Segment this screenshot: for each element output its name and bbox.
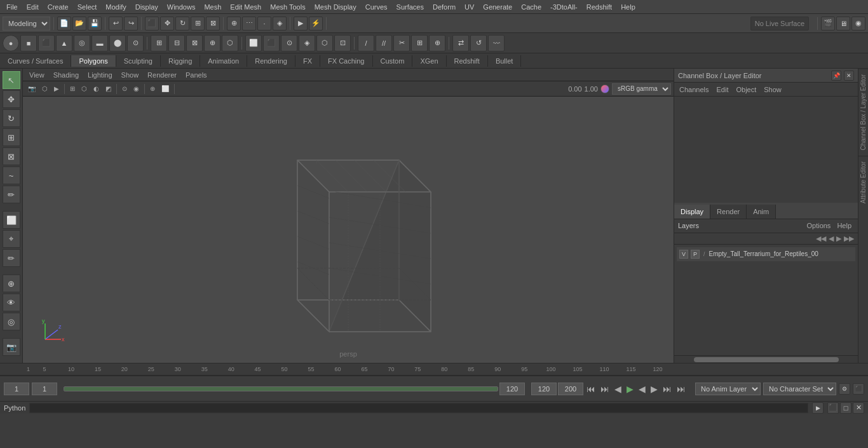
layer-scroll-left2[interactable]: ◀ — [827, 234, 835, 243]
snap-view-button[interactable]: ◈ — [273, 17, 287, 31]
smooth-btn[interactable]: ⬡ — [222, 35, 238, 51]
vt-wireframe[interactable]: ⬡ — [79, 83, 90, 95]
anim-auto-btn[interactable]: ⬛ — [853, 383, 864, 395]
menu-modify[interactable]: Modify — [102, 2, 130, 12]
bevel-btn[interactable]: ◈ — [299, 35, 315, 51]
ipr-button[interactable]: ⚡ — [309, 17, 323, 31]
prev-frame-btn[interactable]: ◀ — [613, 384, 623, 394]
render-tab[interactable]: Render — [710, 205, 747, 219]
viewport-menu-show[interactable]: Show — [118, 70, 143, 80]
lasso-select[interactable]: ⌖ — [3, 230, 20, 248]
extract-btn[interactable]: ⊠ — [186, 35, 203, 51]
menu-surfaces[interactable]: Surfaces — [393, 2, 428, 12]
tab-fx-caching[interactable]: FX Caching — [320, 55, 372, 67]
layers-options[interactable]: Options — [804, 221, 833, 231]
connect-btn[interactable]: ⊞ — [411, 35, 428, 51]
menu-create[interactable]: Create — [44, 2, 72, 12]
menu-3dtall[interactable]: -3DtoAll- — [546, 2, 581, 12]
open-file-button[interactable]: 📂 — [72, 17, 86, 31]
layers-scrollbar[interactable] — [674, 355, 858, 363]
viewport-3d[interactable]: persp z x y — [23, 97, 674, 363]
plane-btn[interactable]: ▬ — [92, 35, 108, 51]
layer-scroll-right[interactable]: ▶ — [835, 234, 843, 243]
show-hide[interactable]: 👁 — [3, 294, 20, 311]
layer-scroll-right2[interactable]: ▶▶ — [843, 234, 855, 243]
cone-btn[interactable]: ▲ — [56, 35, 72, 51]
window-btn-2[interactable]: □ — [840, 402, 851, 414]
menu-mesh[interactable]: Mesh — [200, 2, 225, 12]
wedge-btn[interactable]: ⬡ — [316, 35, 333, 51]
tab-rigging[interactable]: Rigging — [161, 55, 200, 67]
viewport-menu-shading[interactable]: Shading — [50, 70, 83, 80]
show-btn[interactable]: Show — [761, 85, 784, 95]
menu-generate[interactable]: Generate — [479, 2, 516, 12]
menu-edit[interactable]: Edit — [23, 2, 43, 12]
channel-box-pin[interactable]: 📌 — [831, 71, 841, 81]
universal-tool[interactable]: ⊠ — [3, 147, 20, 165]
vt-smooth-shade[interactable]: ◐ — [91, 83, 102, 95]
scale-button[interactable]: ⊞ — [191, 17, 205, 31]
current-frame-field[interactable] — [531, 383, 557, 395]
vt-camera[interactable]: 📷 — [25, 83, 38, 95]
next-frame-btn[interactable]: ▶ — [649, 384, 660, 394]
disk-btn[interactable]: ⬤ — [109, 35, 126, 51]
tab-fx[interactable]: FX — [295, 55, 320, 67]
side-label-channel-box[interactable]: Channel Box / Layer Editor — [858, 69, 868, 156]
anim-layer-select[interactable]: No Anim Layer — [695, 383, 761, 395]
max-frame-field[interactable] — [558, 383, 583, 395]
channel-box-close[interactable]: ✕ — [844, 71, 854, 81]
vt-select-cam[interactable]: ⬡ — [39, 83, 50, 95]
camera-tools[interactable]: 📷 — [3, 338, 20, 356]
move-tool[interactable]: ✥ — [3, 90, 20, 108]
timeline-ruler[interactable]: 1 5 10 15 20 25 30 35 40 45 50 55 60 65 … — [0, 363, 868, 376]
snap-curve-button[interactable]: ⋯ — [242, 17, 256, 31]
character-set-select[interactable]: No Character Set — [763, 383, 836, 395]
viewport-menu-view[interactable]: View — [25, 70, 48, 80]
tab-xgen[interactable]: XGen — [412, 55, 446, 67]
tab-bullet[interactable]: Bullet — [488, 55, 522, 67]
pipe-btn[interactable]: ⊙ — [127, 35, 144, 51]
menu-cache[interactable]: Cache — [517, 2, 545, 12]
render-pass-button[interactable]: ◉ — [851, 17, 865, 31]
window-btn-1[interactable]: ⬛ — [827, 402, 839, 414]
sphere-btn[interactable]: ● — [3, 35, 19, 51]
rotate-tool[interactable]: ↻ — [3, 109, 20, 127]
duplicate-btn[interactable]: ⊡ — [334, 35, 351, 51]
python-input[interactable] — [29, 403, 808, 413]
python-run-btn[interactable]: ▶ — [812, 402, 824, 414]
viewport-menu-renderer[interactable]: Renderer — [144, 70, 180, 80]
frame-input-2[interactable] — [32, 383, 57, 395]
render-view-button[interactable]: 🖥 — [836, 17, 850, 31]
flip-btn[interactable]: ⇄ — [452, 35, 469, 51]
scale-tool[interactable]: ⊞ — [3, 128, 20, 146]
undo-button[interactable]: ↩ — [109, 17, 123, 31]
color-space-selector[interactable]: sRGB gamma — [612, 83, 671, 95]
menu-mesh-tools[interactable]: Mesh Tools — [266, 2, 309, 12]
snap-point-button[interactable]: · — [257, 17, 271, 31]
marquee-select[interactable]: ⬜ — [3, 211, 20, 229]
menu-deform[interactable]: Deform — [429, 2, 459, 12]
play-forward-btn[interactable]: ▶ — [625, 384, 635, 394]
display-tab[interactable]: Display — [674, 205, 710, 219]
layer-name-0[interactable]: Empty_Tall_Terrarium_for_Reptiles_00 — [709, 250, 818, 257]
offset-edge-btn[interactable]: // — [376, 35, 392, 51]
extrude-btn[interactable]: ⬜ — [245, 35, 262, 51]
menu-uv[interactable]: UV — [461, 2, 478, 12]
render-button[interactable]: ▶ — [294, 17, 308, 31]
window-close[interactable]: ✕ — [853, 402, 864, 414]
fill-hole-btn[interactable]: ⊙ — [281, 35, 297, 51]
menu-edit-mesh[interactable]: Edit Mesh — [226, 2, 265, 12]
menu-curves[interactable]: Curves — [362, 2, 391, 12]
paint-tool[interactable]: ✏ — [3, 186, 20, 203]
side-label-attribute-editor[interactable]: Attribute Editor — [858, 156, 868, 208]
prev-key-btn[interactable]: ⏭ — [599, 384, 611, 394]
tab-custom[interactable]: Custom — [373, 55, 413, 67]
layer-scroll-left[interactable]: ◀◀ — [815, 234, 827, 243]
menu-mesh-display[interactable]: Mesh Display — [311, 2, 360, 12]
transform-button[interactable]: ⊠ — [206, 17, 220, 31]
tab-rendering[interactable]: Rendering — [247, 55, 295, 67]
menu-display[interactable]: Display — [132, 2, 162, 12]
soften-btn[interactable]: 〰 — [488, 35, 505, 51]
vt-flat-shade[interactable]: ◩ — [103, 83, 114, 95]
cylinder-btn[interactable]: ⬛ — [38, 35, 55, 51]
